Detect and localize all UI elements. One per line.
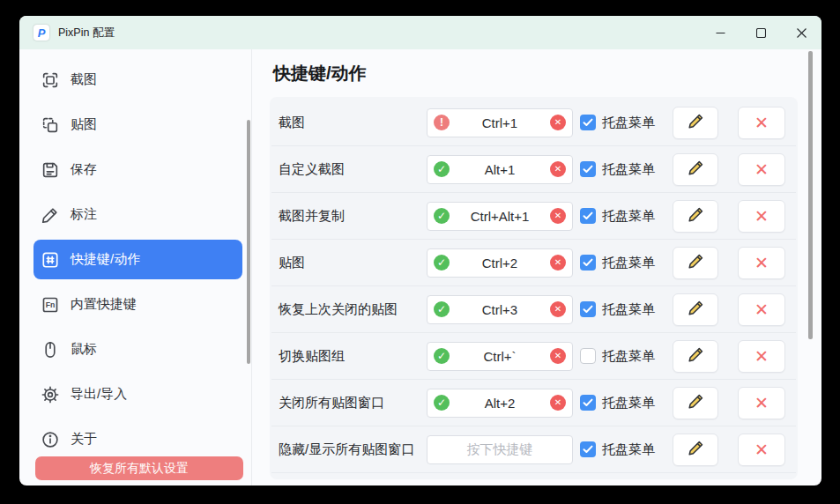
sidebar-item-0[interactable]: 截图: [33, 60, 242, 100]
tray-menu-checkbox[interactable]: [580, 161, 596, 177]
hotkey-row-label: 关闭所有贴图窗口: [279, 395, 427, 411]
tray-menu-label: 托盘菜单: [602, 208, 655, 225]
restore-defaults-button[interactable]: 恢复所有默认设置: [35, 456, 243, 480]
tray-menu-label: 托盘菜单: [602, 301, 655, 318]
hotkey-input[interactable]: ✓Ctrl+3✕: [427, 295, 573, 324]
clear-hotkey-icon[interactable]: ✕: [550, 255, 566, 271]
sidebar-item-label: 关于: [71, 431, 97, 448]
sidebar-item-label: 贴图: [71, 116, 97, 133]
mouse-icon: [41, 340, 60, 359]
hotkey-row-label: 截图: [279, 115, 427, 131]
tray-menu-checkbox[interactable]: [580, 115, 596, 130]
tray-menu-option: 托盘菜单: [580, 395, 655, 411]
fn-key-icon: Fn: [41, 295, 60, 315]
delete-action-button[interactable]: ✕: [738, 200, 785, 233]
sidebar-item-8[interactable]: 关于: [33, 419, 242, 459]
hotkey-input[interactable]: ✓Alt+2✕: [427, 389, 573, 418]
page-title: 快捷键/动作: [273, 62, 821, 85]
sidebar-item-2[interactable]: 保存: [33, 150, 242, 189]
pencil-icon: [688, 159, 704, 180]
gear-icon: [41, 385, 60, 404]
tray-menu-checkbox[interactable]: [580, 348, 596, 364]
sidebar-item-5[interactable]: Fn内置快捷键: [33, 285, 242, 324]
delete-action-button[interactable]: ✕: [738, 293, 785, 326]
delete-x-icon: ✕: [755, 441, 769, 458]
tray-menu-option: 托盘菜单: [580, 441, 655, 458]
window-title: PixPin 配置: [58, 26, 115, 41]
info-icon: [41, 430, 60, 449]
delete-action-button[interactable]: ✕: [738, 387, 785, 419]
hotkey-input[interactable]: ✓Alt+1✕: [427, 155, 573, 184]
tray-menu-checkbox[interactable]: [580, 301, 596, 317]
delete-action-button[interactable]: ✕: [738, 107, 785, 139]
tray-menu-option: 托盘菜单: [580, 301, 655, 318]
clear-hotkey-icon[interactable]: ✕: [550, 395, 566, 411]
hotkey-input[interactable]: ✓Ctrl+`✕: [427, 342, 573, 371]
sidebar-item-7[interactable]: 导出/导入: [33, 374, 242, 414]
sidebar-item-3[interactable]: 标注: [33, 195, 242, 234]
edit-action-button[interactable]: [673, 340, 718, 373]
hotkey-icon: [41, 250, 60, 270]
sidebar-scrollbar-thumb[interactable]: [247, 120, 250, 364]
hotkey-row: 贴图✓Ctrl+2✕托盘菜单✕: [271, 240, 796, 286]
edit-action-button[interactable]: [673, 387, 718, 419]
edit-action-button[interactable]: [673, 107, 718, 139]
status-ok-icon: ✓: [434, 208, 450, 224]
hotkey-row: 截图并复制✓Ctrl+Alt+1✕托盘菜单✕: [271, 193, 796, 240]
maximize-button[interactable]: [740, 16, 781, 49]
hotkey-row-label: 贴图: [279, 255, 427, 271]
close-button[interactable]: [781, 16, 821, 49]
edit-action-button[interactable]: [673, 153, 718, 186]
hotkey-value: Alt+2: [450, 396, 550, 411]
delete-action-button[interactable]: ✕: [738, 153, 785, 186]
hotkey-value: Ctrl+1: [450, 115, 550, 130]
hotkey-row: 截图!Ctrl+1✕托盘菜单✕: [271, 100, 796, 146]
edit-action-button[interactable]: [673, 247, 718, 279]
sidebar-item-6[interactable]: 鼠标: [33, 330, 242, 369]
delete-x-icon: ✕: [755, 395, 769, 411]
hotkey-value: Ctrl+3: [450, 302, 550, 317]
hotkey-row: 关闭所有贴图窗口✓Alt+2✕托盘菜单✕: [271, 380, 796, 426]
sidebar-item-label: 保存: [71, 161, 97, 178]
sidebar-item-1[interactable]: 贴图: [33, 105, 242, 145]
hotkey-value: Alt+1: [450, 162, 550, 177]
tray-menu-label: 托盘菜单: [602, 395, 655, 411]
hotkey-input[interactable]: !Ctrl+1✕: [427, 108, 573, 137]
hotkey-input[interactable]: 按下快捷键: [427, 435, 573, 464]
hotkey-value: Ctrl+`: [450, 349, 550, 364]
delete-action-button[interactable]: ✕: [738, 340, 785, 373]
clear-hotkey-icon[interactable]: ✕: [550, 208, 566, 224]
tray-menu-checkbox[interactable]: [580, 441, 596, 457]
hotkey-row-label: 隐藏/显示所有贴图窗口: [279, 441, 427, 458]
sidebar-item-4[interactable]: 快捷键/动作: [33, 240, 242, 279]
sidebar-item-label: 导出/导入: [71, 386, 127, 403]
minimize-button[interactable]: [700, 16, 740, 49]
hotkey-input[interactable]: ✓Ctrl+2✕: [427, 248, 573, 278]
delete-x-icon: ✕: [755, 301, 769, 318]
clear-hotkey-icon[interactable]: ✕: [550, 348, 566, 364]
status-ok-icon: ✓: [434, 301, 450, 317]
hotkey-value: Ctrl+2: [450, 256, 550, 271]
delete-action-button[interactable]: ✕: [738, 247, 785, 279]
edit-action-button[interactable]: [673, 434, 718, 466]
edit-action-button[interactable]: [673, 293, 718, 326]
delete-x-icon: ✕: [755, 208, 769, 225]
tray-menu-label: 托盘菜单: [602, 441, 655, 458]
window-controls: [700, 16, 821, 49]
tray-menu-option: 托盘菜单: [580, 115, 655, 131]
tray-menu-checkbox[interactable]: [580, 395, 596, 411]
clear-hotkey-icon[interactable]: ✕: [550, 301, 566, 317]
clear-hotkey-icon[interactable]: ✕: [550, 115, 566, 130]
main-scrollbar-thumb[interactable]: [808, 51, 813, 339]
edit-action-button[interactable]: [673, 200, 718, 233]
tray-menu-checkbox[interactable]: [580, 208, 596, 224]
hotkey-placeholder: 按下快捷键: [434, 441, 566, 458]
sidebar: 截图贴图保存标注快捷键/动作Fn内置快捷键鼠标导出/导入关于 恢复所有默认设置: [19, 49, 252, 485]
delete-action-button[interactable]: ✕: [738, 434, 785, 466]
hotkey-input[interactable]: ✓Ctrl+Alt+1✕: [427, 202, 573, 231]
tray-menu-checkbox[interactable]: [580, 255, 596, 271]
pencil-icon: [688, 440, 704, 460]
hotkey-row-label: 截图并复制: [279, 208, 427, 225]
clear-hotkey-icon[interactable]: ✕: [550, 161, 566, 177]
pencil-icon: [688, 253, 704, 273]
